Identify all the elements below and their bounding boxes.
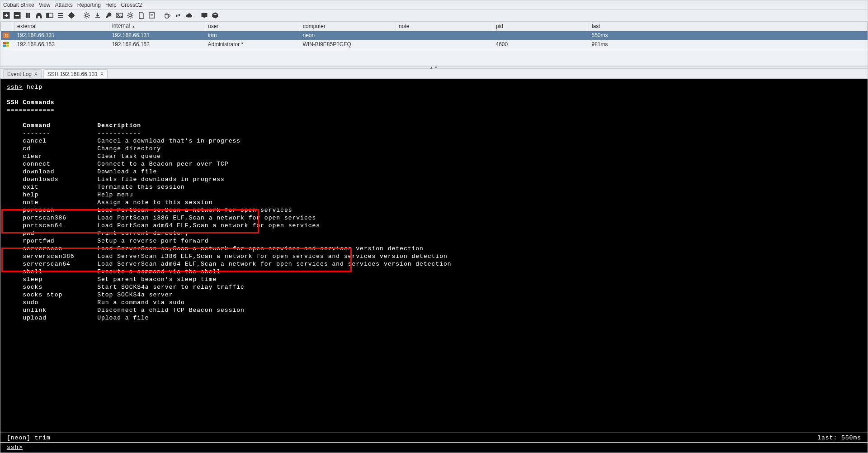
- col-pid[interactable]: pid: [493, 22, 589, 31]
- col-internal[interactable]: internal: [109, 22, 205, 31]
- cell-pid: 4600: [493, 40, 589, 49]
- menu-item[interactable]: Attacks: [55, 0, 73, 9]
- svg-point-12: [129, 14, 132, 17]
- image-icon[interactable]: [115, 11, 123, 19]
- cell-computer: WIN-BI9E85P2GFQ: [300, 40, 396, 49]
- gear-icon[interactable]: [83, 11, 91, 19]
- svg-rect-19: [6, 42, 9, 44]
- svg-rect-3: [28, 13, 30, 18]
- cell-external: 192.168.66.131: [14, 31, 109, 40]
- headphones-icon[interactable]: [35, 11, 43, 19]
- svg-rect-21: [6, 44, 9, 47]
- tab-event-log[interactable]: Event Log X: [3, 69, 42, 78]
- cell-note: [396, 40, 493, 49]
- svg-rect-15: [3, 33, 9, 38]
- minus-icon[interactable]: [13, 11, 21, 19]
- col-note[interactable]: note: [396, 22, 493, 31]
- target-icon[interactable]: [67, 11, 75, 19]
- col-last[interactable]: last: [589, 22, 868, 31]
- gear2-icon[interactable]: [126, 11, 134, 19]
- wrench-icon[interactable]: [104, 11, 113, 19]
- svg-rect-18: [3, 42, 6, 44]
- list-icon[interactable]: [57, 11, 65, 19]
- cell-last: 981ms: [589, 40, 868, 49]
- layout-icon[interactable]: [46, 11, 54, 19]
- svg-point-16: [5, 34, 6, 35]
- close-icon[interactable]: X: [34, 70, 38, 79]
- cloud-icon[interactable]: [185, 11, 193, 19]
- plus-icon[interactable]: [2, 11, 10, 19]
- svg-rect-2: [26, 13, 28, 18]
- tab-bar: Event Log X SSH 192.168.66.131 X: [0, 69, 868, 79]
- svg-rect-14: [202, 13, 207, 17]
- toolbar: [0, 10, 868, 21]
- svg-point-9: [85, 14, 88, 17]
- note-icon[interactable]: [148, 11, 156, 19]
- table-row[interactable]: 192.168.66.153192.168.66.153Administrato…: [1, 40, 868, 49]
- beacon-table: external internal user computer note pid…: [0, 21, 868, 66]
- svg-point-17: [6, 34, 7, 35]
- cell-external: 192.168.66.153: [14, 40, 109, 49]
- table-row[interactable]: 192.168.66.131192.168.66.131trimneon550m…: [1, 31, 868, 40]
- svg-rect-5: [40, 16, 42, 18]
- cell-internal: 192.168.66.153: [109, 40, 205, 49]
- col-icon[interactable]: [1, 22, 14, 31]
- cell-internal: 192.168.66.131: [109, 31, 205, 40]
- console-output[interactable]: ssh> helpSSH Commands============ Comman…: [0, 79, 868, 433]
- cube-icon[interactable]: [211, 11, 219, 19]
- svg-point-11: [118, 14, 118, 14]
- menu-item[interactable]: CrossC2: [121, 0, 142, 9]
- menu-bar: Cobalt Strike View Attacks Reporting Hel…: [0, 0, 868, 10]
- table-header-row: external internal user computer note pid…: [1, 22, 868, 31]
- monitor-icon[interactable]: [200, 11, 208, 19]
- menu-item[interactable]: Reporting: [77, 0, 101, 9]
- status-bar: [neon] trim last: 550ms: [0, 433, 868, 443]
- os-icon: [1, 40, 14, 49]
- coffee-icon[interactable]: [163, 11, 171, 19]
- cell-pid: [493, 31, 589, 40]
- tab-label: SSH 192.168.66.131: [47, 70, 98, 79]
- col-computer[interactable]: computer: [300, 22, 396, 31]
- menu-item[interactable]: View: [39, 0, 51, 9]
- cell-user: trim: [205, 31, 300, 40]
- svg-rect-13: [149, 13, 155, 18]
- menu-item[interactable]: Help: [105, 0, 117, 9]
- svg-rect-20: [3, 44, 6, 47]
- os-icon: [1, 31, 14, 40]
- col-external[interactable]: external: [14, 22, 109, 31]
- cell-last: 550ms: [589, 31, 868, 40]
- status-left: [neon] trim: [7, 433, 51, 442]
- tab-label: Event Log: [7, 70, 32, 79]
- status-right: last: 550ms: [817, 433, 861, 442]
- pause-icon[interactable]: [24, 11, 32, 19]
- download-icon[interactable]: [94, 11, 102, 19]
- document-icon[interactable]: [137, 11, 145, 19]
- cell-computer: neon: [300, 31, 396, 40]
- link-icon[interactable]: [174, 11, 182, 19]
- cell-note: [396, 31, 493, 40]
- svg-rect-4: [36, 16, 38, 18]
- tab-ssh[interactable]: SSH 192.168.66.131 X: [43, 69, 108, 78]
- svg-rect-7: [47, 13, 49, 18]
- close-icon[interactable]: X: [100, 70, 104, 79]
- menu-item[interactable]: Cobalt Strike: [3, 0, 34, 9]
- input-prompt: ssh>: [7, 444, 23, 451]
- col-user[interactable]: user: [205, 22, 300, 31]
- console-input[interactable]: ssh>: [0, 443, 868, 453]
- cell-user: Administrator *: [205, 40, 300, 49]
